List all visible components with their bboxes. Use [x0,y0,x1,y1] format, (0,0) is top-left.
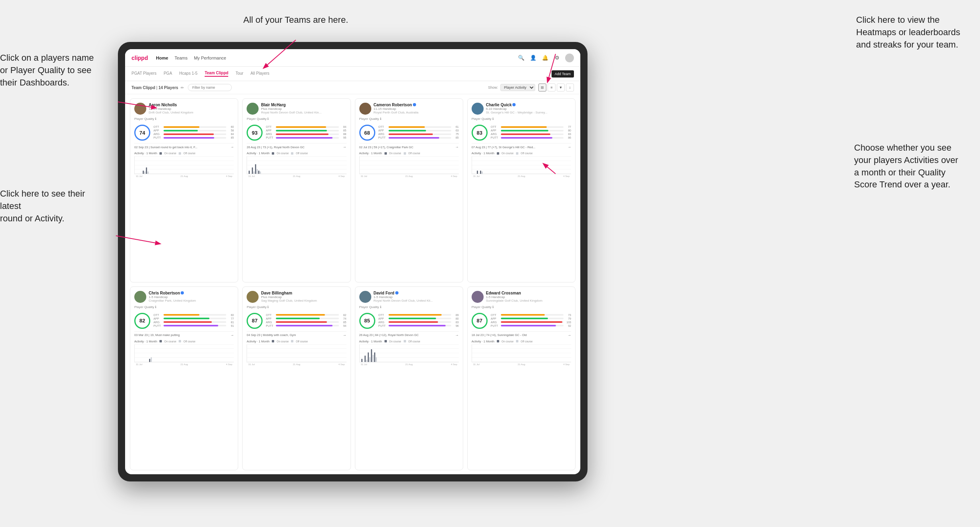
stat-name: APP [153,317,162,320]
latest-round-text: 07 Aug 23 | 77 (+7), St George's Hill GC… [472,145,536,149]
player-name[interactable]: Aaron Nicholls [149,103,234,107]
tab-pgat-players[interactable]: PGAT Players [131,71,156,76]
player-avatar [134,291,146,303]
player-card[interactable]: Aaron Nicholls 11-15 Handicap Drift Golf… [130,98,238,282]
player-club: Drift Golf Club, United Kingdom [149,111,234,114]
add-team-button[interactable]: Add Team [552,70,574,78]
stat-row: OTT 60 [153,314,234,316]
chart-labels: 31 Jul 21 Aug 4 Sep [134,362,234,366]
profile-icon[interactable]: 👤 [529,54,537,62]
stat-val: 73 [565,314,571,316]
card-header: Cameron Robertson 11-15 Handicap Royal P… [359,103,459,115]
quality-score[interactable]: 87 [472,313,488,329]
quality-score[interactable]: 82 [134,313,150,329]
player-name[interactable]: Blair McHarg [261,103,346,107]
stats-bars: OTT 73 APP 79 ARG [491,314,571,328]
stat-val: 91 [227,324,234,327]
latest-round[interactable]: 26 Aug 23 | 73 (+1), Royal North Devon G… [247,143,346,149]
activity-section: Activity · 1 Month On course Off course [134,151,234,177]
stat-bar-bg [163,325,226,326]
stat-val: 63 [452,129,459,132]
list-view-icon[interactable]: ≡ [548,84,556,91]
activity-section: Activity · 1 Month On course Off course [359,340,459,366]
activity-title: Activity · 1 Month [359,340,382,343]
settings-icon[interactable]: ⚙ [553,54,561,62]
annotation-heatmaps: Click here to view theHeatmaps or leader… [856,14,968,51]
quality-score[interactable]: 74 [134,125,150,141]
view-icons: ⊞ ≡ ▼ ↕ [538,84,574,91]
latest-round-arrow: → [455,145,459,149]
chart-area [472,156,571,174]
quality-score[interactable]: 85 [359,313,375,329]
quality-score[interactable]: 68 [359,125,375,141]
sort-icon[interactable]: ↕ [566,84,574,91]
nav-link-home[interactable]: Home [156,56,168,60]
annotation-click-player: Click on a players nameor Player Quality… [0,52,112,89]
latest-round[interactable]: 04 Sep 23 | Mobility with coach, Gym → [247,331,346,337]
player-name[interactable]: Cameron Robertson [374,103,459,107]
stat-val: 60 [227,125,234,128]
player-name[interactable]: Dave Billingham [261,291,346,295]
bell-icon[interactable]: 🔔 [541,54,549,62]
search-icon[interactable]: 🔍 [517,54,525,62]
avatar[interactable] [565,54,574,62]
player-card[interactable]: Dave Billingham Plus Handicap Sag Maging… [242,286,351,471]
latest-round-text: 02 Jul 23 | 59 (+17), Craigmillar Park G… [359,145,414,149]
tab-tour[interactable]: Tour [235,71,243,76]
stat-row: PUTT 94 [266,324,346,327]
stat-bar-bg [388,321,451,323]
activity-legend: On course Off course [384,340,420,343]
player-name[interactable]: David Ford [374,291,459,295]
quality-score[interactable]: 83 [472,125,488,141]
player-card[interactable]: Blair McHarg Plus Handicap Royal North D… [242,98,351,282]
tab-hcaps[interactable]: Hcaps 1-5 [179,71,198,76]
stat-row: OTT 89 [378,314,459,316]
tab-team-clippd[interactable]: Team Clippd [205,71,228,77]
quality-score[interactable]: 87 [247,313,263,329]
latest-round[interactable]: 07 Aug 23 | 77 (+7), St George's Hill GC… [472,143,571,149]
player-card[interactable]: David Ford 1-5 Handicap Royal North Devo… [355,286,463,471]
stat-val: 85 [452,136,459,139]
player-name[interactable]: Charlie Quick [486,103,571,107]
stats-bars: OTT 61 APP 63 ARG [378,125,459,140]
nav-link-teams[interactable]: Teams [175,56,187,60]
latest-round[interactable]: 18 Jul 23 | 74 (+4), Sunningdale GC - Ol… [472,331,571,337]
stat-val: 89 [452,314,459,316]
stat-bar-bg [501,314,564,316]
stat-row: APP 58 [153,129,234,132]
filter-input[interactable] [188,84,232,91]
latest-round-arrow: → [568,145,571,149]
latest-round[interactable]: 02 Jul 23 | 59 (+17), Craigmillar Park G… [359,143,459,149]
stats-bars: OTT 82 APP 74 ARG [266,314,346,328]
grid-view-icon[interactable]: ⊞ [538,84,546,91]
player-card[interactable]: Cameron Robertson 11-15 Handicap Royal P… [355,98,463,282]
latest-round[interactable]: 03 Mar 23 | 19, Must make putting → [134,331,234,337]
latest-round[interactable]: 26 Aug 23 | 84 (+12), Royal North Devon … [359,331,459,337]
player-card[interactable]: Chris Robertson 1-5 Handicap Craigmillar… [130,286,238,471]
chart-labels: 31 Jul 21 Aug 4 Sep [134,174,234,177]
ipad-frame: clippd Home Teams My Performance 🔍 👤 🔔 ⚙… [118,42,588,481]
stat-val: 80 [565,129,571,132]
edit-icon[interactable]: ✏ [181,86,184,90]
player-name[interactable]: Chris Robertson [149,291,234,295]
stats-bars: OTT 60 APP 58 ARG [153,125,234,140]
stat-row: ARG 75 [378,133,459,135]
player-card[interactable]: Charlie Quick 6-10 Handicap St. George's… [467,98,576,282]
player-name[interactable]: Edward Crossman [486,291,571,295]
tab-all-players[interactable]: All Players [251,71,269,76]
chart-area [134,156,234,174]
stat-val: 80 [452,317,459,320]
stat-row: ARG 103 [491,321,571,324]
nav-link-performance[interactable]: My Performance [194,56,226,60]
filter-icon[interactable]: ▼ [557,84,565,91]
latest-round[interactable]: 02 Sep 23 | Sunset round to get back int… [134,143,234,149]
activity-select[interactable]: Player Activity [500,84,535,91]
quality-label: Player Quality ℹ [247,117,346,121]
stat-name: PUTT [153,136,162,139]
player-card[interactable]: Edward Crossman 1-5 Handicap Sunningdale… [467,286,576,471]
quality-score[interactable]: 93 [247,125,263,141]
stat-row: ARG 88 [266,133,346,135]
tab-pga[interactable]: PGA [163,71,172,76]
quality-section: 82 OTT 60 APP 77 AR [134,313,234,329]
latest-round-arrow: → [230,333,234,337]
